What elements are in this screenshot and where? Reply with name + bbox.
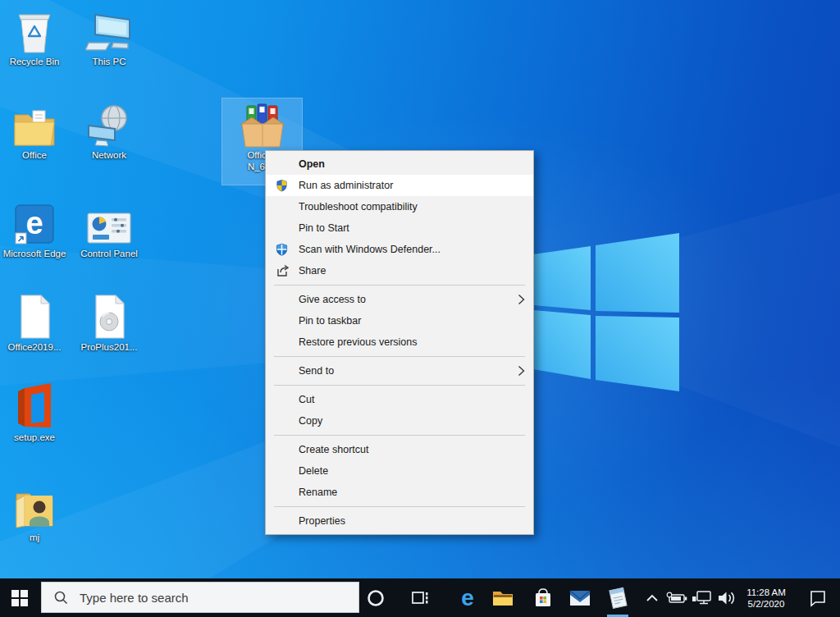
menu-separator <box>274 385 525 386</box>
menu-item-cut[interactable]: Cut <box>266 389 533 410</box>
mail-button[interactable] <box>568 578 591 617</box>
submenu-chevron-icon <box>518 365 525 377</box>
windows-logo <box>525 220 689 396</box>
desktop-icon-setup-exe[interactable]: setup.exe <box>0 382 69 443</box>
menu-item-create-shortcut[interactable]: Create shortcut <box>266 439 533 460</box>
menu-item-delete[interactable]: Delete <box>266 460 533 482</box>
task-view-icon <box>409 587 431 609</box>
menu-item-restore-previous-versions[interactable]: Restore previous versions <box>266 331 533 353</box>
desktop-icon-control-panel[interactable]: Control Panel <box>75 199 144 259</box>
uac-shield-icon <box>276 179 294 193</box>
menu-item-rename[interactable]: Rename <box>266 482 533 503</box>
file-explorer-icon <box>491 588 514 608</box>
icon-label: Recycle Bin <box>0 57 69 67</box>
network-icon <box>75 100 144 148</box>
menu-separator <box>274 506 525 507</box>
desktop-icon-this-pc[interactable]: This PC <box>75 7 144 67</box>
icon-label: Office <box>0 150 69 161</box>
edge-icon: e <box>0 199 69 246</box>
menu-item-give-access-to[interactable]: Give access to <box>266 289 533 310</box>
tray-expand-button[interactable] <box>645 578 660 617</box>
desktop-icon-network[interactable]: Network <box>75 100 144 161</box>
icon-label: mj <box>0 532 69 543</box>
svg-text:e: e <box>461 586 474 610</box>
desktop-icon-office2019-file[interactable]: Office2019... <box>0 292 69 353</box>
ethernet-network-icon <box>692 589 713 607</box>
action-center-icon <box>808 589 828 607</box>
clock-date: 5/2/2020 <box>748 598 785 610</box>
menu-item-run-as-administrator[interactable]: Run as administrator <box>266 175 533 196</box>
task-view-button[interactable] <box>409 578 431 617</box>
speaker-volume-icon <box>716 590 736 606</box>
menu-separator <box>274 285 525 286</box>
desktop-icon-office-folder[interactable]: Office <box>0 100 69 161</box>
menu-item-share[interactable]: Share <box>266 260 533 281</box>
action-center-button[interactable] <box>806 578 830 617</box>
store-icon <box>532 587 554 610</box>
chevron-up-icon <box>646 594 659 602</box>
microsoft-store-button[interactable] <box>532 578 555 617</box>
menu-item-open[interactable]: Open <box>266 153 533 175</box>
share-icon <box>276 264 294 278</box>
desktop-icon-proplus-file[interactable]: ProPlus201... <box>75 292 144 353</box>
desktop-icon-recycle-bin[interactable]: Recycle Bin <box>0 7 69 67</box>
clock-time: 11:28 AM <box>746 587 786 598</box>
menu-item-troubleshoot-compatibility[interactable]: Troubleshoot compatibility <box>266 196 533 217</box>
context-menu: Open Run as administrator Troubleshoot c… <box>265 150 534 535</box>
mail-icon <box>568 589 591 607</box>
menu-item-scan-with-windows-defender[interactable]: Scan with Windows Defender... <box>266 239 533 260</box>
menu-item-pin-to-taskbar[interactable]: Pin to taskbar <box>266 310 533 331</box>
menu-separator <box>274 435 525 436</box>
start-button[interactable] <box>0 578 39 617</box>
svg-text:e: e <box>25 206 43 240</box>
icon-label: ProPlus201... <box>75 342 144 353</box>
disc-image-file-icon <box>75 292 144 340</box>
icon-label: Office2019... <box>0 342 69 353</box>
winrar-archive-icon <box>222 98 302 149</box>
office-setup-icon <box>0 382 69 430</box>
network-tray-button[interactable] <box>691 578 714 617</box>
icon-label: This PC <box>75 57 144 67</box>
control-panel-icon <box>75 199 144 246</box>
notepad-button[interactable] <box>605 578 630 617</box>
desktop-icon-microsoft-edge[interactable]: e Microsoft Edge <box>0 199 69 259</box>
edge-taskbar-button[interactable]: e <box>456 578 479 617</box>
document-icon <box>0 292 69 340</box>
recycle-bin-icon <box>0 7 69 54</box>
icon-label: setup.exe <box>0 432 69 443</box>
icon-label: Control Panel <box>75 249 144 259</box>
icon-label: Network <box>75 150 144 161</box>
taskbar-search[interactable] <box>41 582 359 613</box>
folder-icon <box>0 100 69 148</box>
cortana-icon <box>366 588 386 608</box>
notepad-icon <box>605 586 630 610</box>
battery-tray-button[interactable] <box>664 578 689 617</box>
file-explorer-button[interactable] <box>491 578 514 617</box>
battery-icon <box>665 592 688 605</box>
search-icon <box>53 590 68 605</box>
menu-item-send-to[interactable]: Send to <box>266 360 533 382</box>
search-input[interactable] <box>78 590 327 606</box>
menu-item-properties[interactable]: Properties <box>266 510 533 532</box>
icon-label: Microsoft Edge <box>0 249 69 259</box>
taskbar-clock[interactable]: 11:28 AM 5/2/2020 <box>737 578 796 617</box>
menu-item-pin-to-start[interactable]: Pin to Start <box>266 217 533 239</box>
this-pc-icon <box>75 7 144 54</box>
cortana-button[interactable] <box>364 578 387 617</box>
desktop-icon-mj-folder[interactable]: mj <box>0 482 69 543</box>
menu-item-copy[interactable]: Copy <box>266 410 533 432</box>
defender-shield-icon <box>276 243 294 257</box>
volume-tray-button[interactable] <box>714 578 737 617</box>
menu-separator <box>274 356 525 357</box>
taskbar: e <box>0 578 840 617</box>
user-folder-icon <box>0 482 69 530</box>
windows-start-icon <box>11 590 28 606</box>
submenu-chevron-icon <box>518 294 525 305</box>
edge-icon: e <box>456 586 479 610</box>
